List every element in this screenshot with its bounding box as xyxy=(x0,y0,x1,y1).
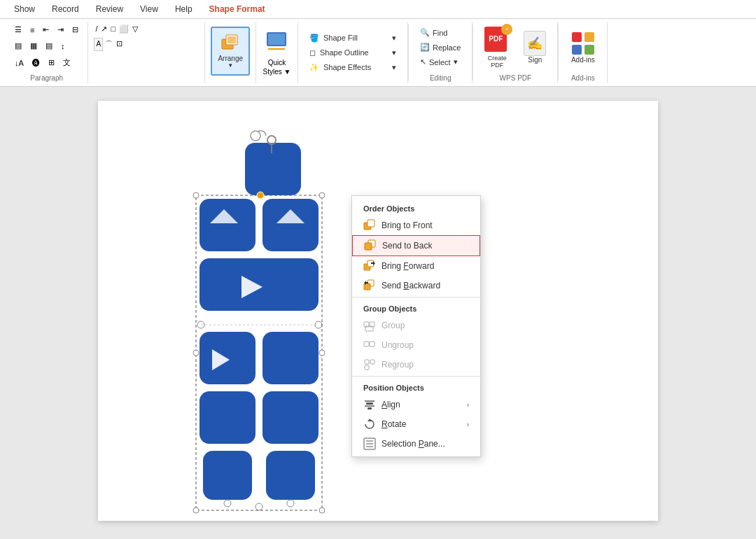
svg-rect-10 xyxy=(245,143,301,195)
shape-curve[interactable]: ⌒ xyxy=(104,38,114,51)
create-pdf-btn[interactable]: PDF + CreatePDF xyxy=(479,24,515,71)
shape-fill-icon: 🪣 xyxy=(309,34,319,43)
shape-effects-label: Shape Effects xyxy=(323,63,371,71)
replace-label: Replace xyxy=(433,43,461,52)
regroup-item[interactable]: Regroup xyxy=(352,355,480,374)
separator-2 xyxy=(352,376,480,377)
order-objects-title: Order Objects xyxy=(352,199,480,216)
shape-text-btn[interactable]: A xyxy=(94,38,103,51)
svg-point-40 xyxy=(319,350,325,356)
find-icon: 🔍 xyxy=(420,28,430,37)
svg-rect-7 xyxy=(584,32,594,42)
shape-fill-arrow[interactable]: ▾ xyxy=(392,34,396,43)
svg-point-34 xyxy=(257,192,264,199)
shape-effects-arrow[interactable]: ▾ xyxy=(392,63,396,72)
ungroup-item[interactable]: Ungroup xyxy=(352,335,480,355)
align-left-btn[interactable]: ▤ xyxy=(11,39,25,52)
shading-btn[interactable]: 🅐 xyxy=(29,55,43,70)
align-arrow: › xyxy=(467,401,469,409)
separator-1 xyxy=(352,297,480,298)
svg-rect-27 xyxy=(203,451,252,500)
find-label: Find xyxy=(433,29,447,37)
tab-shape-format[interactable]: Shape Format xyxy=(201,0,274,18)
tab-show[interactable]: Show xyxy=(6,0,43,18)
rotate-item[interactable]: Rotate › xyxy=(352,414,480,434)
group-editing-label: Editing xyxy=(430,71,451,82)
svg-point-35 xyxy=(193,192,199,198)
group-shape-cmds: 🪣 Shape Fill ▾ ◻ Shape Outline ▾ ✨ Shap xyxy=(298,22,408,83)
addins-btn[interactable]: Add-ins xyxy=(565,28,601,66)
shape-outline-arrow[interactable]: ▾ xyxy=(392,48,396,57)
indent-increase-btn[interactable]: ⇥ xyxy=(54,23,67,36)
shape-arrow[interactable]: ↗ xyxy=(99,23,108,35)
shape-more[interactable]: ▽ xyxy=(131,23,139,35)
find-btn[interactable]: 🔍 Find xyxy=(414,26,466,39)
arrange-button[interactable]: Arrange ▼ xyxy=(211,27,250,76)
svg-point-39 xyxy=(193,350,199,356)
selection-pane-label: Selection Pane... xyxy=(382,439,469,449)
shape-line[interactable]: / xyxy=(94,23,99,35)
group-editing: 🔍 Find 🔄 Replace ↖ Select ▾ Editing xyxy=(409,22,472,83)
bring-forward-label: Bring Forward xyxy=(382,261,469,271)
line-spacing-btn[interactable]: ↕ xyxy=(57,39,69,52)
svg-point-30 xyxy=(287,500,294,507)
group-arrange: Arrange ▼ xyxy=(205,22,256,83)
group-wpspdf: PDF + CreatePDF ✍ Sign WPS PDF xyxy=(473,22,558,83)
replace-btn[interactable]: 🔄 Replace xyxy=(414,41,466,54)
send-to-back-item[interactable]: Send to Back xyxy=(352,235,480,256)
align-item[interactable]: Align › xyxy=(352,395,480,414)
svg-rect-60 xyxy=(366,402,373,405)
svg-rect-49 xyxy=(364,284,370,290)
align-right-btn[interactable]: ▤ xyxy=(42,39,56,52)
svg-rect-26 xyxy=(262,391,318,444)
arrange-icon xyxy=(220,34,240,53)
sort-btn[interactable]: ↓A xyxy=(11,55,27,70)
multilevel-btn[interactable]: ⊟ xyxy=(69,23,82,36)
svg-rect-25 xyxy=(200,391,255,444)
bring-to-front-label: Bring to Front xyxy=(382,220,469,230)
shape-rect[interactable]: □ xyxy=(109,23,117,35)
align-center-btn[interactable]: ▦ xyxy=(27,39,41,52)
svg-rect-56 xyxy=(365,360,369,364)
svg-point-36 xyxy=(319,192,325,198)
shape-effects-btn[interactable]: ✨ Shape Effects ▾ xyxy=(304,61,402,74)
group-item[interactable]: Group xyxy=(352,316,480,335)
shape-fill-btn[interactable]: 🪣 Shape Fill ▾ xyxy=(304,31,402,45)
tab-review[interactable]: Review xyxy=(88,0,132,18)
selection-pane-item[interactable]: Selection Pane... xyxy=(352,434,480,454)
position-objects-title: Position Objects xyxy=(352,378,480,395)
svg-rect-6 xyxy=(572,32,582,42)
list-number-btn[interactable]: ≡ xyxy=(27,23,38,36)
indent-decrease-btn[interactable]: ⇤ xyxy=(39,23,52,36)
svg-point-31 xyxy=(255,503,262,510)
sign-label: Sign xyxy=(528,56,542,64)
svg-rect-44 xyxy=(365,243,372,250)
tab-record[interactable]: Record xyxy=(43,0,88,18)
border-btn[interactable]: ⊞ xyxy=(45,55,58,70)
canvas-area: Order Objects Bring to Front xyxy=(0,87,756,539)
svg-rect-23 xyxy=(262,332,318,384)
send-backward-icon xyxy=(363,279,376,292)
bring-to-front-icon xyxy=(363,219,376,232)
shape-outline-label: Shape Outline xyxy=(320,48,369,57)
shape-fill-label: Shape Fill xyxy=(323,34,358,42)
sign-btn[interactable]: ✍ Sign xyxy=(518,28,552,66)
ungroup-icon xyxy=(363,339,376,351)
tab-view[interactable]: View xyxy=(132,0,167,18)
create-pdf-label: CreatePDF xyxy=(488,55,507,69)
svg-rect-42 xyxy=(368,220,374,227)
svg-rect-14 xyxy=(262,199,318,251)
regroup-label: Regroup xyxy=(382,360,469,370)
shape-edit-pts[interactable]: ⊡ xyxy=(115,38,124,51)
select-btn[interactable]: ↖ Select ▾ xyxy=(414,55,466,69)
list-bullet-btn[interactable]: ☰ xyxy=(11,23,25,36)
tab-help[interactable]: Help xyxy=(167,0,201,18)
shape-outline-btn[interactable]: ◻ Shape Outline ▾ xyxy=(304,46,402,59)
send-backward-item[interactable]: Send Backward xyxy=(352,276,480,295)
bring-forward-item[interactable]: Bring Forward xyxy=(352,256,480,276)
shape-round[interactable]: ⬜ xyxy=(118,23,130,35)
ungroup-label: Ungroup xyxy=(382,340,469,350)
chinese-btn[interactable]: 文 xyxy=(59,55,74,70)
bring-to-front-item[interactable]: Bring to Front xyxy=(352,216,480,235)
group-icon xyxy=(363,319,376,332)
